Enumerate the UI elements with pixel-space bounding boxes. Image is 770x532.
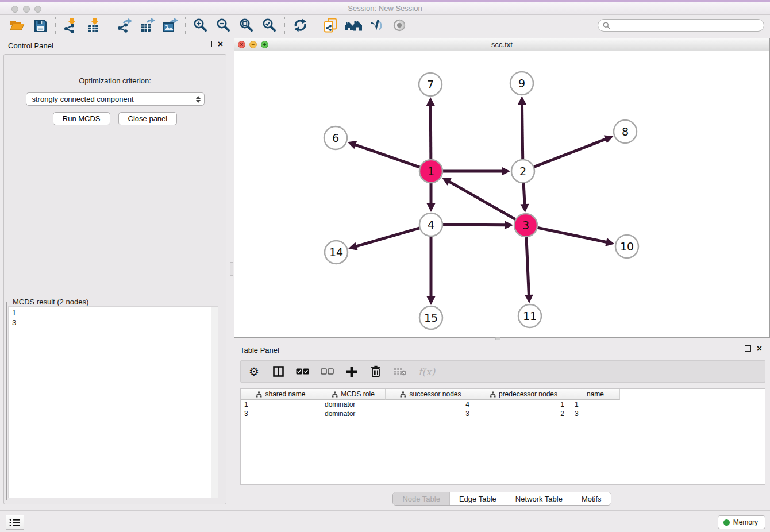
node-15[interactable]: 15 — [419, 306, 442, 329]
edge-2-3[interactable] — [521, 182, 529, 213]
table-cell[interactable]: 3 — [241, 409, 321, 418]
table-row[interactable]: 1dominator411 — [241, 400, 765, 409]
save-session-button[interactable] — [29, 16, 52, 34]
table-cell[interactable]: 1 — [476, 400, 571, 409]
column-header-MCDS-role[interactable]: MCDS role — [321, 389, 386, 400]
delete-row-button[interactable] — [369, 365, 382, 379]
edge-1-6[interactable] — [348, 141, 421, 168]
svg-text:1: 1 — [428, 165, 434, 178]
column-header-shared-name[interactable]: shared name — [241, 389, 321, 400]
table-row[interactable]: 3dominator323 — [241, 409, 765, 418]
edge-2-8[interactable] — [533, 135, 614, 167]
export-network-icon — [117, 18, 132, 33]
svg-text:9: 9 — [518, 77, 525, 90]
close-table-panel-icon[interactable]: × — [757, 345, 762, 352]
edge-4-3[interactable] — [442, 221, 513, 229]
node-14[interactable]: 14 — [325, 241, 348, 264]
search-field[interactable] — [598, 19, 764, 32]
export-table-button[interactable] — [136, 16, 159, 34]
zoom-in-icon — [193, 18, 208, 33]
table-cell[interactable]: 1 — [571, 400, 620, 409]
float-table-panel-icon[interactable] — [745, 345, 751, 352]
toolbar-separator — [284, 17, 285, 34]
table-cell[interactable]: dominator — [321, 409, 386, 418]
node-1[interactable]: 1 — [419, 160, 442, 183]
edge-3-10[interactable] — [537, 228, 615, 246]
edge-4-14[interactable] — [348, 228, 421, 250]
close-panel-button[interactable]: Close panel — [118, 112, 178, 125]
close-panel-icon[interactable]: × — [218, 41, 223, 47]
edge-2-9[interactable] — [518, 96, 526, 160]
svg-text:2: 2 — [519, 165, 526, 178]
task-history-button[interactable] — [6, 515, 24, 530]
zoom-fit-button[interactable] — [235, 16, 258, 34]
column-header-predecessor-nodes[interactable]: predecessor nodes — [476, 389, 571, 400]
zoom-out-button[interactable] — [212, 16, 235, 34]
edge-1-7[interactable] — [426, 97, 435, 160]
table-cell[interactable]: 2 — [476, 409, 571, 418]
run-mcds-button[interactable]: Run MCDS — [53, 112, 110, 125]
node-8[interactable]: 8 — [614, 120, 637, 143]
hide-graphics-details-button[interactable] — [365, 16, 388, 34]
deselect-all-button[interactable] — [321, 365, 334, 379]
column-header-successor-nodes[interactable]: successor nodes — [386, 389, 476, 400]
result-scrollbar[interactable] — [211, 307, 218, 498]
network-window-titlebar[interactable]: × − + scc.txt — [234, 38, 769, 51]
tab-edge-table[interactable]: Edge Table — [449, 492, 506, 505]
edge-1-4[interactable] — [427, 182, 436, 212]
mcds-result-area[interactable]: 1 3 — [8, 306, 218, 498]
edge-1-2[interactable] — [442, 167, 510, 176]
control-panel-title: Control Panel — [8, 41, 53, 50]
show-columns-button[interactable] — [272, 365, 284, 379]
add-row-button[interactable] — [345, 365, 358, 379]
network-canvas[interactable]: 1234678910111415 — [234, 51, 769, 337]
edge-3-1[interactable] — [442, 178, 516, 220]
function-builder-button[interactable]: f(x) — [418, 365, 435, 379]
edge-4-15[interactable] — [427, 236, 436, 305]
table-cell[interactable]: 3 — [571, 409, 620, 418]
tab-motifs[interactable]: Motifs — [572, 492, 611, 505]
network-file-button[interactable] — [319, 16, 342, 34]
select-all-button[interactable] — [296, 365, 309, 379]
tab-network-table[interactable]: Network Table — [506, 492, 572, 505]
home-view-button[interactable] — [342, 16, 365, 34]
import-network-icon — [63, 18, 78, 33]
float-panel-icon[interactable] — [206, 41, 212, 47]
memory-button[interactable]: Memory — [718, 515, 765, 529]
delete-table-button[interactable] — [394, 365, 407, 379]
search-input[interactable] — [613, 21, 759, 29]
column-label: predecessor nodes — [499, 390, 557, 398]
node-2[interactable]: 2 — [511, 160, 534, 183]
export-image-button[interactable] — [159, 16, 182, 34]
table-cell[interactable]: dominator — [321, 400, 386, 409]
table-panel-header: Table Panel × — [234, 341, 770, 358]
optimization-criterion-dropdown[interactable]: strongly connected component — [26, 92, 205, 106]
zoom-selected-button[interactable] — [258, 16, 281, 34]
import-table-button[interactable] — [82, 16, 105, 34]
node-4[interactable]: 4 — [419, 213, 442, 236]
export-table-icon — [139, 18, 155, 33]
table-cell[interactable]: 1 — [241, 400, 321, 409]
column-header-name[interactable]: name — [571, 389, 620, 400]
node-11[interactable]: 11 — [518, 304, 541, 327]
refresh-view-button[interactable] — [288, 16, 311, 34]
export-network-button[interactable] — [113, 16, 136, 34]
node-3[interactable]: 3 — [514, 214, 537, 237]
network-graph[interactable]: 1234678910111415 — [234, 51, 769, 337]
open-session-button[interactable] — [6, 16, 29, 34]
node-6[interactable]: 6 — [324, 126, 347, 149]
tab-node-table[interactable]: Node Table — [393, 492, 449, 505]
table-settings-button[interactable]: ⚙ — [248, 365, 260, 379]
node-10[interactable]: 10 — [615, 235, 638, 258]
show-graphics-details-button[interactable] — [388, 16, 411, 34]
node-9[interactable]: 9 — [510, 72, 533, 95]
panel-splitter-handle[interactable] — [230, 262, 233, 276]
edge-3-11[interactable] — [525, 236, 533, 303]
import-network-button[interactable] — [59, 16, 82, 34]
node-7[interactable]: 7 — [419, 73, 442, 96]
zoom-in-button[interactable] — [189, 16, 212, 34]
import-table-icon — [86, 18, 101, 33]
table-cell[interactable]: 4 — [386, 400, 476, 409]
window-resize-handle[interactable] — [495, 337, 500, 340]
table-cell[interactable]: 3 — [386, 409, 476, 418]
